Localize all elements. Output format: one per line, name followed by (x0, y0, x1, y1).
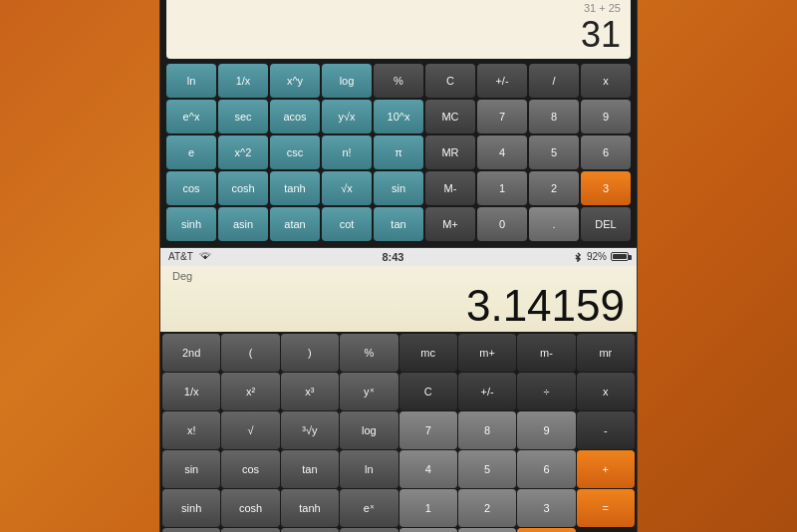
top-btn-DEL[interactable]: DEL (581, 207, 631, 241)
bottom-btn-8[interactable]: 8 (458, 411, 516, 449)
bottom-btn-EE[interactable]: EE (281, 528, 339, 532)
bottom-btn-4[interactable]: 4 (399, 450, 457, 488)
top-btn-x[interactable]: x (581, 64, 631, 98)
battery-icon (611, 252, 629, 261)
top-btn-e[interactable]: e (166, 135, 216, 169)
bottom-btn-[interactable]: . (458, 528, 516, 532)
bottom-btn-[interactable]: √ (221, 411, 279, 449)
bottom-btn-mr[interactable]: mr (577, 334, 635, 372)
top-btn-5[interactable]: 5 (529, 135, 579, 169)
bottom-btn-m[interactable]: m- (517, 334, 575, 372)
bottom-btn-cosh[interactable]: cosh (221, 489, 279, 527)
bottom-btn-tan[interactable]: tan (281, 450, 339, 488)
top-btn-asin[interactable]: asin (218, 207, 268, 241)
bottom-btn-[interactable]: ( (221, 334, 279, 372)
top-btn-9[interactable]: 9 (581, 100, 631, 133)
bottom-btn-tanh[interactable]: tanh (281, 489, 339, 527)
bottom-btn-cos[interactable]: cos (221, 450, 279, 488)
bottom-status-left: AT&T (168, 251, 213, 262)
top-btn-1[interactable]: 1 (477, 171, 527, 205)
bottom-btn-Rad[interactable]: Rad (162, 528, 220, 532)
top-btn-cosh[interactable]: cosh (218, 171, 268, 205)
top-btn-[interactable]: π (374, 135, 423, 169)
bottom-btn-[interactable]: ÷ (517, 373, 575, 410)
bottom-btn-5[interactable]: 5 (458, 450, 516, 488)
bottom-btn-7[interactable]: 7 (399, 411, 457, 449)
bottom-btn-log[interactable]: log (340, 411, 398, 449)
top-btn-6[interactable]: 6 (581, 135, 631, 169)
top-btn-tanh[interactable]: tanh (270, 171, 320, 205)
bluetooth-icon (573, 252, 583, 262)
bottom-btn-6[interactable]: 6 (517, 450, 575, 488)
bottom-btn-2nd[interactable]: 2nd (162, 334, 220, 372)
top-btn-acos[interactable]: acos (270, 100, 320, 133)
bottom-btn-[interactable]: π (221, 528, 279, 532)
top-btn-cot[interactable]: cot (322, 207, 372, 241)
bottom-current-value: 3.14159 (172, 282, 625, 330)
top-btn-x[interactable]: √x (322, 171, 372, 205)
bottom-display: Deg 3.14159 (160, 266, 637, 332)
battery-percent: 92% (587, 251, 607, 262)
top-btn-10x[interactable]: 10^x (374, 100, 423, 133)
top-btn-csc[interactable]: csc (270, 135, 320, 169)
top-btn-7[interactable]: 7 (477, 100, 527, 133)
top-btn-MR[interactable]: MR (425, 135, 475, 169)
top-btn-n[interactable]: n! (322, 135, 372, 169)
bottom-btn-[interactable]: = (517, 528, 575, 532)
top-btn-log[interactable]: log (322, 64, 372, 98)
top-btn-4[interactable]: 4 (477, 135, 527, 169)
deg-label: Deg (172, 270, 625, 282)
top-btn-sec[interactable]: sec (218, 100, 268, 133)
top-btn-cos[interactable]: cos (166, 171, 216, 205)
top-btn-xy[interactable]: x^y (270, 64, 320, 98)
bottom-btn-0[interactable]: 0 (399, 528, 457, 532)
top-btn-1x[interactable]: 1/x (218, 64, 268, 98)
top-btn-tan[interactable]: tan (374, 207, 423, 241)
bottom-btn-x[interactable]: x (577, 373, 635, 410)
top-btn-[interactable]: / (529, 64, 579, 98)
bottom-btn-[interactable]: % (340, 334, 398, 372)
bottom-btn-[interactable]: ) (281, 334, 339, 372)
top-btn-[interactable]: +/- (477, 64, 527, 98)
bottom-btn-1x[interactable]: 1/x (162, 373, 220, 410)
top-btn-M[interactable]: M- (425, 171, 475, 205)
bottom-btn-sin[interactable]: sin (162, 450, 220, 488)
top-btn-yx[interactable]: y√x (322, 100, 372, 133)
top-btn-x2[interactable]: x^2 (218, 135, 268, 169)
top-btn-[interactable]: % (374, 64, 423, 98)
bottom-btn-x[interactable]: x² (221, 373, 279, 410)
bottom-btn-C[interactable]: C (399, 373, 457, 410)
top-btn-8[interactable]: 8 (529, 100, 579, 133)
bottom-btn-[interactable]: +/- (458, 373, 516, 410)
top-btn-ex[interactable]: e^x (166, 100, 216, 133)
top-btn-atan[interactable]: atan (270, 207, 320, 241)
bottom-btn-x[interactable]: x! (162, 411, 220, 449)
bottom-btn-y[interactable]: yˣ (340, 373, 398, 410)
top-btn-[interactable]: . (529, 207, 579, 241)
bottom-btn-[interactable]: = (577, 489, 635, 527)
bottom-btn-2[interactable]: 2 (458, 489, 516, 527)
bottom-btn-Rand[interactable]: Rand (340, 528, 398, 532)
bottom-btn-3[interactable]: 3 (517, 489, 575, 527)
bottom-btn-9[interactable]: 9 (517, 411, 575, 449)
bottom-btn-sinh[interactable]: sinh (162, 489, 220, 527)
bottom-btn-x[interactable]: x³ (281, 373, 339, 410)
top-btn-sinh[interactable]: sinh (166, 207, 216, 241)
bottom-btn-e[interactable]: eˣ (340, 489, 398, 527)
bottom-btn-1[interactable]: 1 (399, 489, 457, 527)
top-btn-ln[interactable]: ln (166, 64, 216, 98)
top-display: 31 + 25 31 (166, 0, 631, 59)
bottom-btn-[interactable]: + (577, 450, 635, 488)
bottom-btn-mc[interactable]: mc (399, 334, 457, 372)
bottom-btn-m[interactable]: m+ (458, 334, 516, 372)
top-btn-2[interactable]: 2 (529, 171, 579, 205)
bottom-btn-[interactable]: - (577, 411, 635, 449)
top-btn-sin[interactable]: sin (374, 171, 423, 205)
bottom-btn-ln[interactable]: ln (340, 450, 398, 488)
bottom-btn-y[interactable]: ³√y (281, 411, 339, 449)
top-btn-MC[interactable]: MC (425, 100, 475, 133)
top-btn-3[interactable]: 3 (581, 171, 631, 205)
top-btn-C[interactable]: C (425, 64, 475, 98)
top-btn-M[interactable]: M+ (425, 207, 475, 241)
top-btn-0[interactable]: 0 (477, 207, 527, 241)
